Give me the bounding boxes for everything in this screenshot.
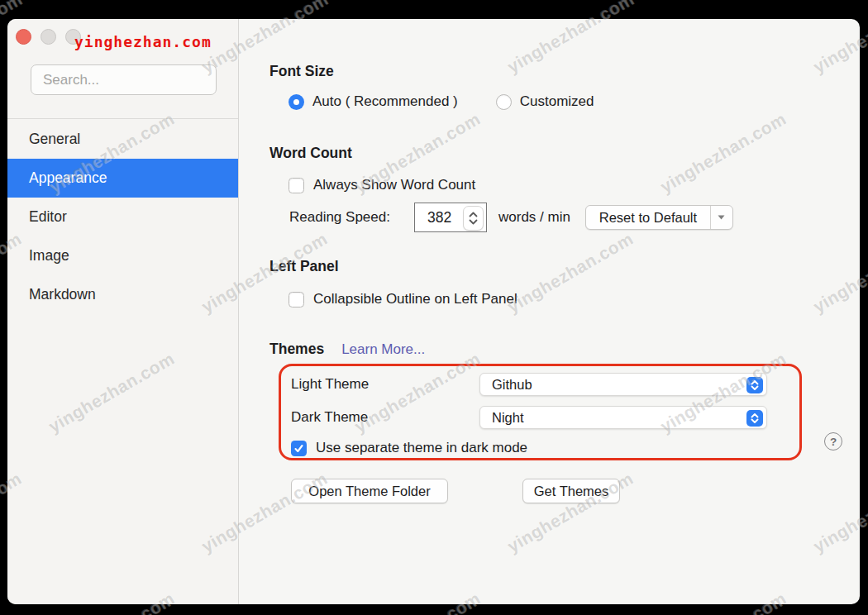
separate-theme-label: Use separate theme in dark mode <box>316 440 527 456</box>
preferences-window: General Appearance Editor Image Markdown… <box>7 19 860 604</box>
dark-theme-value: Night <box>492 410 524 426</box>
light-theme-row: Light Theme Github <box>291 373 789 396</box>
sidebar-divider <box>7 118 238 119</box>
separate-theme-checkbox[interactable] <box>291 441 307 456</box>
theme-buttons-row: Open Theme Folder Get Themes <box>269 479 860 503</box>
close-button-icon[interactable] <box>16 29 31 45</box>
popup-chevrons-icon <box>746 410 763 427</box>
light-theme-value: Github <box>492 377 532 393</box>
help-icon[interactable]: ? <box>824 432 842 451</box>
light-theme-select[interactable]: Github <box>479 373 767 396</box>
sidebar: General Appearance Editor Image Markdown <box>7 19 239 604</box>
reading-speed-stepper[interactable] <box>463 206 484 231</box>
open-theme-folder-button[interactable]: Open Theme Folder <box>291 479 448 503</box>
radio-auto-label: Auto ( Recommended ) <box>312 93 458 110</box>
popup-chevrons-icon <box>746 377 763 393</box>
light-theme-label: Light Theme <box>291 376 479 393</box>
dark-theme-select[interactable]: Night <box>479 406 767 429</box>
screenshot-stage: General Appearance Editor Image Markdown… <box>0 0 868 615</box>
minimize-button-icon[interactable] <box>41 29 56 45</box>
themes-heading: Themes <box>269 340 324 358</box>
zoom-button-icon[interactable] <box>65 29 81 45</box>
word-count-heading: Word Count <box>269 144 860 162</box>
sidebar-item-image[interactable]: Image <box>7 236 238 275</box>
reading-speed-row: Reading Speed: words / min Reset to Defa <box>269 203 860 232</box>
themes-heading-row: Themes Learn More... <box>269 340 860 358</box>
font-size-heading: Font Size <box>269 62 860 80</box>
dark-theme-label: Dark Theme <box>291 409 479 426</box>
reading-speed-unit: words / min <box>498 209 570 226</box>
traffic-lights <box>16 29 90 45</box>
font-size-radio-group: Auto ( Recommended ) Customized <box>269 92 860 112</box>
reading-speed-input[interactable] <box>415 208 470 227</box>
sidebar-item-appearance[interactable]: Appearance <box>7 159 238 198</box>
sidebar-item-editor[interactable]: Editor <box>7 198 238 236</box>
collapsible-outline-label: Collapsible Outline on Left Panel <box>313 291 517 308</box>
reading-speed-label: Reading Speed: <box>289 209 414 226</box>
learn-more-link[interactable]: Learn More... <box>341 341 425 358</box>
check-icon <box>293 443 304 454</box>
chevron-up-icon <box>468 211 479 218</box>
always-show-word-count-checkbox[interactable] <box>289 178 304 193</box>
radio-customized[interactable] <box>496 94 512 110</box>
reset-to-default-button[interactable]: Reset to Default <box>585 205 733 230</box>
radio-auto[interactable] <box>289 94 304 110</box>
collapsible-outline-checkbox[interactable] <box>289 292 304 308</box>
dark-theme-row: Dark Theme Night <box>291 406 789 429</box>
annotation-box: Light Theme Github Dark Theme <box>279 364 802 460</box>
get-themes-button[interactable]: Get Themes <box>522 479 620 503</box>
reset-dropdown-arrow[interactable] <box>711 206 732 229</box>
reading-speed-field <box>414 203 487 232</box>
always-show-word-count-row: Always Show Word Count <box>269 175 860 195</box>
reset-to-default-label: Reset to Default <box>586 210 710 226</box>
search-input[interactable] <box>31 64 217 95</box>
left-panel-heading: Left Panel <box>269 257 860 275</box>
separate-theme-row: Use separate theme in dark mode <box>291 440 789 456</box>
collapsible-outline-row: Collapsible Outline on Left Panel <box>269 289 860 309</box>
always-show-word-count-label: Always Show Word Count <box>313 177 475 193</box>
radio-customized-label: Customized <box>520 93 594 110</box>
triangle-down-icon <box>718 215 725 220</box>
sidebar-item-markdown[interactable]: Markdown <box>7 275 238 314</box>
sidebar-item-general[interactable]: General <box>7 120 238 159</box>
main-panel: Font Size Auto ( Recommended ) Customize… <box>239 19 860 604</box>
chevron-down-icon <box>468 218 479 226</box>
sidebar-nav: General Appearance Editor Image Markdown <box>7 120 238 314</box>
